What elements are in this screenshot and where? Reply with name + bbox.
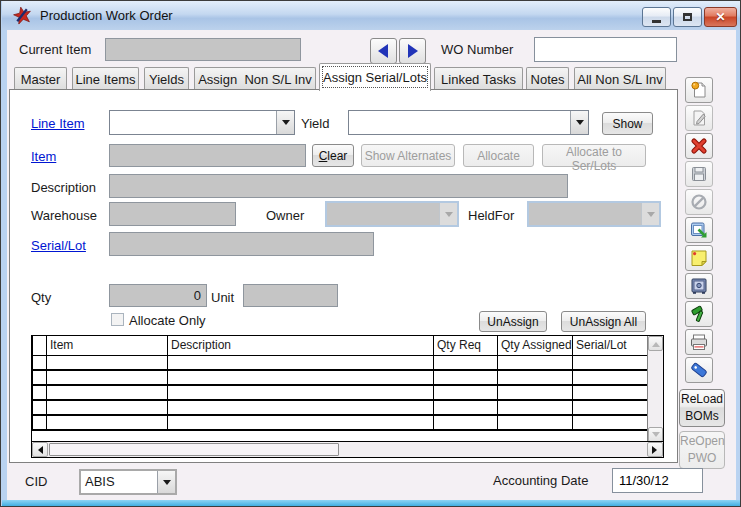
grid-cell[interactable]	[47, 355, 168, 370]
grid-cell[interactable]	[47, 370, 168, 385]
delete-record-button[interactable]	[685, 133, 713, 159]
grid-cell[interactable]	[573, 400, 649, 415]
line-item-combo[interactable]	[109, 110, 295, 135]
yield-combo[interactable]	[348, 110, 589, 135]
safe-vault-icon	[689, 276, 709, 296]
assignment-grid-table: ItemDescriptionQty ReqQty AssignedSerial…	[32, 336, 649, 431]
notes-button[interactable]	[685, 245, 713, 271]
maximize-button[interactable]	[673, 7, 702, 27]
line-item-combo-dropdown-button[interactable]	[276, 111, 294, 134]
grid-cell[interactable]	[168, 415, 434, 430]
tab-line-items[interactable]: Line Items	[72, 67, 139, 90]
tab-assign-serial-lots[interactable]: Assign Serial/Lots	[319, 63, 431, 91]
tab-linked-tasks[interactable]: Linked Tasks	[434, 67, 523, 90]
qty-label: Qty	[31, 290, 51, 305]
grid-cell[interactable]	[168, 400, 434, 415]
export-window-icon	[689, 220, 709, 240]
grid-cell[interactable]	[168, 385, 434, 400]
app-star-icon[interactable]	[13, 6, 32, 25]
serial-lot-link[interactable]: Serial/Lot	[31, 238, 86, 253]
grid-cell[interactable]	[434, 400, 498, 415]
allocate-only-label: Allocate Only	[129, 313, 206, 328]
grid-cell[interactable]	[498, 385, 573, 400]
unassign-all-button[interactable]: UnAssign All	[561, 311, 646, 332]
tab-notes[interactable]: Notes	[526, 67, 569, 90]
clear-button[interactable]: Clear	[312, 144, 354, 167]
owner-combo-dropdown-button	[439, 203, 457, 225]
horizontal-scroll-thumb[interactable]	[49, 443, 339, 456]
scroll-down-button[interactable]	[648, 427, 663, 442]
grid-cell[interactable]	[168, 370, 434, 385]
grid-column-header[interactable]: Qty Assigned	[498, 336, 573, 355]
close-button[interactable]: ✕	[704, 7, 737, 27]
scroll-right-button[interactable]	[647, 442, 663, 457]
scroll-left-button[interactable]	[32, 442, 48, 457]
grid-row	[33, 355, 649, 370]
grid-column-header[interactable]: Qty Req	[434, 336, 498, 355]
line-item-link[interactable]: Line Item	[31, 116, 84, 131]
tab-all-non-sl-inv[interactable]: All Non S/L Inv	[574, 67, 666, 90]
grid-cell[interactable]	[498, 415, 573, 430]
grid-cell[interactable]	[498, 400, 573, 415]
heldfor-combo-dropdown-button	[641, 203, 659, 225]
grid-row-selector[interactable]	[33, 355, 47, 370]
grid-cell[interactable]	[573, 385, 649, 400]
print-button[interactable]	[685, 329, 713, 355]
previous-record-button[interactable]	[370, 38, 397, 64]
owner-combo	[325, 201, 459, 227]
grid-cell[interactable]	[573, 370, 649, 385]
grid-horizontal-scrollbar[interactable]	[32, 441, 663, 457]
allocate-to-serlots-button: Allocate to Ser/Lots	[542, 144, 646, 167]
safe-button[interactable]	[685, 273, 713, 299]
show-button[interactable]: Show	[602, 112, 653, 135]
unit-label: Unit	[211, 290, 234, 305]
grid-row-selector[interactable]	[33, 370, 47, 385]
grid-column-header[interactable]: Description	[168, 336, 434, 355]
grid-cell[interactable]	[47, 415, 168, 430]
grid-cell[interactable]	[434, 415, 498, 430]
tag-button[interactable]	[685, 357, 713, 383]
grid-cell[interactable]	[573, 355, 649, 370]
cid-combo[interactable]: ABIS	[79, 469, 177, 495]
grid-row-selector-header[interactable]	[33, 336, 47, 355]
grid-cell[interactable]	[47, 385, 168, 400]
new-record-button[interactable]	[685, 77, 713, 103]
titlebar[interactable]: Production Work Order ✕	[2, 1, 741, 30]
export-button[interactable]	[685, 217, 713, 243]
item-link[interactable]: Item	[31, 149, 56, 164]
wo-number-input[interactable]	[534, 37, 677, 62]
chevron-down-icon	[647, 212, 655, 221]
grid-vertical-scrollbar[interactable]	[647, 336, 663, 442]
save-floppy-icon	[689, 164, 709, 184]
reload-boms-button[interactable]: ReLoad BOMs	[679, 389, 725, 427]
tools-button[interactable]	[685, 301, 713, 327]
qty-field: 0	[109, 284, 207, 307]
grid-cell[interactable]	[573, 415, 649, 430]
grid-cell[interactable]	[434, 370, 498, 385]
grid-cell[interactable]	[498, 370, 573, 385]
unassign-button[interactable]: UnAssign	[479, 311, 547, 332]
triangle-down-icon	[652, 432, 660, 441]
next-record-button[interactable]	[399, 38, 426, 64]
cid-combo-dropdown-button[interactable]	[157, 471, 175, 493]
grid-column-header[interactable]: Item	[47, 336, 168, 355]
allocate-only-checkbox[interactable]	[111, 313, 124, 326]
grid-cell[interactable]	[434, 355, 498, 370]
tab-assign-non-sl-inv[interactable]: Assign Non S/L Inv	[194, 67, 316, 90]
grid-cell[interactable]	[168, 355, 434, 370]
minimize-button[interactable]	[642, 7, 671, 27]
serial-lot-field	[109, 232, 374, 256]
grid-row	[33, 385, 649, 400]
scroll-up-button[interactable]	[648, 336, 663, 351]
grid-cell[interactable]	[434, 385, 498, 400]
tab-yields[interactable]: Yields	[144, 67, 189, 90]
grid-cell[interactable]	[498, 355, 573, 370]
grid-column-header[interactable]: Serial/Lot	[573, 336, 649, 355]
grid-row-selector[interactable]	[33, 400, 47, 415]
grid-row-selector[interactable]	[33, 415, 47, 430]
yield-combo-dropdown-button[interactable]	[570, 111, 588, 134]
grid-row-selector[interactable]	[33, 385, 47, 400]
accounting-date-input[interactable]	[612, 468, 703, 493]
grid-cell[interactable]	[47, 400, 168, 415]
tab-master[interactable]: Master	[14, 67, 67, 90]
